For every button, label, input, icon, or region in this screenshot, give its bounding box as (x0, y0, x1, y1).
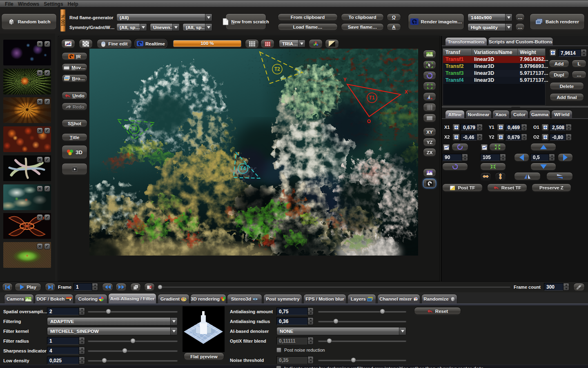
svg-text:X: X (405, 89, 408, 95)
svg-text:T4: T4 (240, 166, 246, 171)
svg-text:T3: T3 (131, 126, 137, 132)
svg-text:T2: T2 (274, 66, 280, 72)
svg-text:Y: Y (343, 77, 347, 83)
svg-text:O: O (367, 119, 371, 124)
svg-text:T1: T1 (369, 95, 375, 101)
